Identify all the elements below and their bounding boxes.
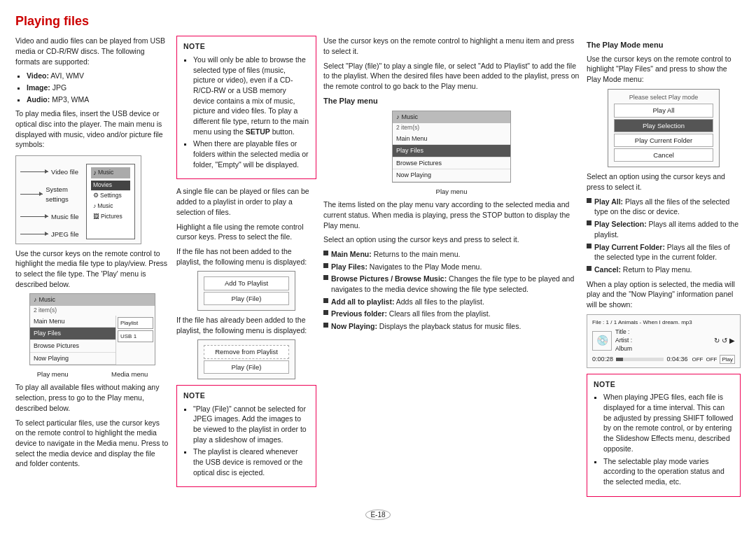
play-mode-select-para: Select an option using the cursor keys a…: [587, 171, 741, 192]
format-audio: Audio: MP3, WMA: [27, 94, 169, 105]
note2-title: NOTE: [183, 391, 309, 401]
label-video: Video file: [51, 167, 78, 176]
intro-para5: To select particular files, use the curs…: [15, 418, 169, 469]
intro-para3: Use the cursor keys on the remote contro…: [15, 248, 169, 290]
label-music: Music file: [51, 212, 79, 221]
note1-list: You will only be able to browse the sele…: [193, 55, 309, 170]
now-playing-panel: File : 1 / 1 Animals - When I dream. mp3…: [587, 314, 741, 368]
note-box-2: NOTE "Play (File)" cannot be selected fo…: [176, 385, 316, 488]
pm-cancel: Cancel: [614, 148, 713, 162]
play-mode-heading: The Play Mode menu: [587, 40, 741, 50]
option-play-selection: Play Selection: Plays all items added to…: [587, 219, 741, 239]
np-track-info: Title : Artist : Album: [615, 328, 710, 353]
play-menu-items-list: Main Menu: Returns to the main menu. Pla…: [323, 249, 580, 332]
column-notes: NOTE You will only be able to browse the…: [176, 36, 316, 503]
column-play-mode: The Play Mode menu Use the cursor keys o…: [587, 36, 741, 503]
note-box-1: NOTE You will only be able to browse the…: [176, 36, 316, 179]
np-time-current: 0:00:28: [592, 355, 613, 364]
play-menu-label: Play menu: [323, 187, 580, 196]
option-play-all: Play All: Plays all the files of the sel…: [587, 197, 741, 217]
pm2-play-files: Play Files: [393, 145, 510, 157]
menu-item-main-menu: Main Menu: Returns to the main menu.: [323, 249, 580, 260]
note1-item2: When there are playable files or folders…: [193, 139, 309, 169]
main-menu-diagram: Video file System settings Music file: [15, 155, 141, 244]
menu-item-previous-folder: Previous folder: Clears all files from t…: [323, 309, 580, 319]
play-menu-select-para: Select an option using the cursor keys a…: [323, 234, 580, 245]
pm-play-current-folder: Play Current Folder: [614, 134, 713, 147]
option-play-current: Play Current Folder: Plays all the files…: [587, 242, 741, 262]
single-file-para2: Highlight a file using the remote contro…: [176, 222, 316, 242]
play-mode-after-para: When a play option is selected, the medi…: [587, 279, 741, 310]
note2-item1: "Play (File)" cannot be selected for JPE…: [193, 404, 309, 445]
intro-para1: Video and audio files can be played from…: [15, 36, 169, 66]
note1-title: NOTE: [183, 41, 309, 52]
pm-main-menu: Main Menu: [30, 316, 115, 328]
play-menu-para1: Select "Play (file)" to play a single fi…: [323, 61, 580, 92]
menu-item-now-playing: Now Playing: Displays the playback statu…: [323, 321, 580, 332]
single-file-para3: If the file has not been added to the pl…: [176, 246, 316, 267]
menu-remove-from-playlist: Remove from Playlist: [204, 345, 289, 358]
note3-list: When playing JPEG files, each file is di…: [603, 392, 734, 486]
column-play-menu: Use the cursor keys on the remote contro…: [323, 36, 580, 503]
label-media-menu: Media menu: [111, 370, 148, 379]
np-control-buttons: ↻ ↺ ▶: [714, 336, 735, 346]
menu-item-browse: Browse Pictures / Browse Music: Changes …: [323, 274, 580, 294]
np-time-total: 0:04:36: [666, 355, 687, 364]
menu-add-to-playlist: Add To Playlist: [204, 276, 289, 290]
play-menu-diagram-col3: ♪ Music 2 item(s) Main Menu Play Files B…: [392, 111, 511, 183]
np-file-info: File : 1 / 1 Animals - When I dream. mp3: [592, 318, 735, 326]
add-playlist-menu: Add To Playlist Play (File): [197, 271, 295, 311]
play-mode-intro: Use the cursor keys on the remote contro…: [587, 54, 741, 85]
label-play-menu: Play menu: [37, 370, 69, 379]
column-intro: Video and audio files can be played from…: [15, 36, 169, 503]
np-disc-icon: 💿: [592, 331, 612, 351]
option-cancel: Cancel: Return to Play menu.: [587, 265, 741, 275]
note-box-3: NOTE When playing JPEG files, each file …: [587, 374, 741, 497]
play-mode-title: Please select Play mode: [614, 93, 713, 102]
format-video: Video: AVI, WMV: [27, 71, 169, 81]
note1-item1: You will only be able to browse the sele…: [193, 55, 309, 137]
pm-sub-label: 2 item(s): [30, 306, 155, 316]
play-menu-heading: The Play menu: [323, 96, 580, 106]
pm-play-all: Play All: [614, 104, 713, 117]
play-media-diagram: ♪ Music 2 item(s) Main Menu Play Files B…: [29, 293, 155, 365]
format-image: Image: JPG: [27, 83, 169, 93]
remove-playlist-menu: Remove from Playlist Play (File): [197, 339, 295, 379]
pm-play-files: Play Files: [30, 328, 115, 340]
pm-browse-pictures: Browse Pictures: [30, 340, 115, 353]
np-progress-bar: 0:00:28 0:04:36 OFF OFF Play: [592, 355, 735, 364]
note3-item2: The selectable play mode varies accordin…: [603, 456, 734, 487]
play-media-labels: Play menu Media menu: [15, 370, 169, 379]
pm-header-label: Music: [39, 295, 56, 304]
pm2-browse-pictures: Browse Pictures: [393, 157, 510, 170]
play-menu-items-desc: The items listed on the play menu vary a…: [323, 199, 580, 230]
pm2-now-playing: Now Playing: [393, 169, 510, 182]
single-file-para1: A single file can be played or files can…: [176, 186, 316, 217]
single-file-para4: If the file has already been added to th…: [176, 315, 316, 335]
pm-now-playing: Now Playing: [30, 353, 115, 365]
pm2-main-menu: Main Menu: [393, 133, 510, 146]
pm-play-selection: Play Selection: [614, 119, 713, 132]
page-num-label: E-18: [365, 510, 390, 520]
menu-item-play-files: Play Files: Navigates to the Play Mode m…: [323, 262, 580, 272]
play-mode-options-list: Play All: Plays all the files of the sel…: [587, 197, 741, 275]
label-jpeg: JPEG file: [51, 230, 79, 239]
menu-item-add-all: Add all to playlist: Adds all files to t…: [323, 297, 580, 307]
intro-para2: To play media files, insert the USB devi…: [15, 108, 169, 150]
play-mode-menu-diagram: Please select Play mode Play All Play Se…: [608, 89, 720, 168]
format-list: Video: AVI, WMV Image: JPG Audio: MP3, W…: [27, 71, 169, 104]
page-title: Playing files: [15, 13, 741, 30]
note2-item2: The playlist is cleared whenever the USB…: [193, 447, 309, 477]
label-system: System settings: [46, 185, 83, 204]
menu-play-file-1: Play (File): [204, 292, 289, 305]
menu-play-file-2: Play (File): [204, 360, 289, 374]
note2-list: "Play (File)" cannot be selected for JPE…: [193, 404, 309, 478]
note3-item1: When playing JPEG files, each file is di…: [603, 392, 734, 454]
intro-para4: To play all available files without maki…: [15, 382, 169, 413]
page-number: E-18: [15, 510, 741, 520]
note3-title: NOTE: [594, 379, 734, 390]
play-menu-intro: Use the cursor keys on the remote contro…: [323, 36, 580, 56]
